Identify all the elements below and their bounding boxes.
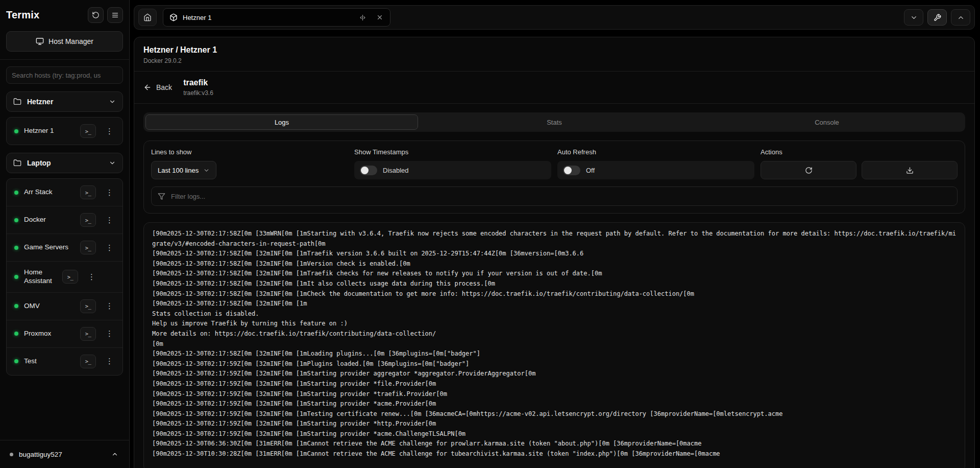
user-menu[interactable]: bugattiguy527 [0,440,129,468]
split-view-button[interactable] [356,11,369,24]
tab-hetzner-1[interactable]: Hetzner 1 [163,8,390,27]
host-name: Hetzner 1 [24,127,75,135]
host-row[interactable]: Docker >_ ⋮ [7,206,122,233]
log-line: Stats collection is disabled. [152,309,957,319]
log-line: [90m2025-12-30T02:17:59Z[0m [32mINF[0m [… [152,379,957,389]
open-terminal-button[interactable]: >_ [80,299,96,313]
folder-hetzner[interactable]: Hetzner [6,91,123,112]
log-line: [90m2025-12-30T02:17:59Z[0m [32mINF[0m [… [152,419,957,429]
open-terminal-button[interactable]: >_ [80,185,96,199]
tab-logs[interactable]: Logs [145,114,418,130]
container-image: traefik:v3.6 [183,89,213,97]
wrench-icon [934,14,941,21]
host-menu-button[interactable]: ⋮ [102,241,117,254]
lines-to-show-control: Lines to show Last 100 lines [151,148,348,179]
tools-button[interactable] [927,9,947,26]
host-manager-button[interactable]: Host Manager [6,31,123,52]
open-terminal-button[interactable]: >_ [62,270,78,284]
log-line: [90m2025-12-30T02:17:59Z[0m [32mINF[0m [… [152,409,957,419]
chevron-down-icon [203,167,210,174]
tab-bar-actions [904,9,970,26]
log-line: [90m2025-12-30T02:17:59Z[0m [32mINF[0m [… [152,399,957,409]
folder-laptop[interactable]: Laptop [6,153,123,173]
timestamps-toggle[interactable] [360,166,377,175]
menu-button[interactable] [107,7,123,23]
host-name: Game Servers [24,243,75,252]
download-logs-button[interactable] [862,161,958,179]
auto-refresh-label: Auto Refresh [557,148,754,156]
open-terminal-button[interactable]: >_ [80,327,96,341]
host-manager-label: Host Manager [48,37,93,45]
auto-refresh-toggle[interactable] [563,166,580,175]
folder-collapse-button[interactable] [105,156,119,170]
host-row[interactable]: Test >_ ⋮ [7,347,122,375]
filter-icon [158,193,165,200]
open-terminal-button[interactable]: >_ [80,213,96,227]
close-icon [376,14,383,21]
timestamps-toggle-bar: Disabled [354,161,551,179]
host-row[interactable]: OMV >_ ⋮ [7,292,122,320]
user-status-dot [10,453,13,456]
host-menu-button[interactable]: ⋮ [102,299,117,313]
host-row[interactable]: Proxmox >_ ⋮ [7,320,122,347]
arrow-left-icon [143,83,152,91]
back-button[interactable]: Back [143,83,172,91]
app-title: Termix [6,9,39,21]
log-line: [90m2025-12-30T02:17:58Z[0m [33mWRN[0m [… [152,229,957,249]
host-menu-button[interactable]: ⋮ [102,185,117,199]
panel-header: Hetzner / Hetzner 1 Docker 29.0.2 [134,37,974,71]
search-input[interactable] [6,66,123,84]
lines-select-value: Last 100 lines [158,167,199,174]
log-line: More details on: https://doc.traefik.io/… [152,329,957,339]
username: bugattiguy527 [19,451,102,458]
status-online-dot [14,129,18,133]
view-tabs: Logs Stats Console [143,112,965,132]
open-terminal-button[interactable]: >_ [80,241,96,254]
status-online-dot [14,246,18,250]
open-terminal-button[interactable]: >_ [80,355,96,368]
host-menu-button[interactable]: ⋮ [102,124,117,138]
log-line: [0m [152,339,957,349]
user-menu-expand-button[interactable] [108,447,122,461]
host-row[interactable]: Game Servers >_ ⋮ [7,233,122,261]
monitor-icon [36,37,44,45]
refresh-logs-button[interactable] [761,161,856,179]
tab-console[interactable]: Console [691,114,963,130]
container-info: traefik traefik:v3.6 [183,78,213,97]
host-row[interactable]: Arr Stack >_ ⋮ [7,179,122,206]
host-name: Proxmox [24,330,75,338]
lines-select[interactable]: Last 100 lines [151,161,216,179]
host-menu-button[interactable]: ⋮ [102,213,117,227]
host-name: Test [24,357,75,366]
host-menu-button[interactable]: ⋮ [84,270,100,284]
page-title: Hetzner / Hetzner 1 [143,45,965,55]
log-line: [90m2025-12-30T02:17:58Z[0m [32mINF[0m [… [152,299,957,309]
host-menu-button[interactable]: ⋮ [102,355,117,368]
folder-icon [13,159,21,167]
log-line: Help us improve Traefik by turning this … [152,319,957,329]
collapse-panel-button[interactable] [904,9,923,26]
host-menu-button[interactable]: ⋮ [102,327,117,341]
host-list-hetzner: Hetzner 1 >_ ⋮ [6,117,123,145]
close-tab-button[interactable] [374,11,386,24]
open-terminal-button[interactable]: >_ [80,124,96,138]
filter-logs-input[interactable] [171,193,951,200]
folder-collapse-button[interactable] [105,95,119,109]
timestamps-state: Disabled [383,167,409,174]
sidebar: Termix Host Manager [0,0,130,468]
log-output[interactable]: [90m2025-12-30T02:17:58Z[0m [33mWRN[0m [… [143,222,965,468]
home-button[interactable] [138,9,157,26]
tab-stats[interactable]: Stats [418,114,691,130]
chevron-down-icon [910,14,918,21]
chevron-up-icon [957,14,965,21]
split-view-icon [359,14,366,21]
chevron-down-icon [109,98,116,105]
host-list-laptop: Arr Stack >_ ⋮ Docker >_ ⋮ Game Servers … [6,178,123,376]
host-row[interactable]: Home Assistant >_ ⋮ [7,261,122,292]
status-online-dot [14,191,18,195]
expand-panel-button[interactable] [951,9,970,26]
host-row[interactable]: Hetzner 1 >_ ⋮ [7,118,122,145]
main-area: Hetzner 1 [130,0,980,468]
log-line: [90m2025-12-30T10:30:28Z[0m [31mERR[0m [… [152,449,957,459]
reload-button[interactable] [88,7,104,23]
